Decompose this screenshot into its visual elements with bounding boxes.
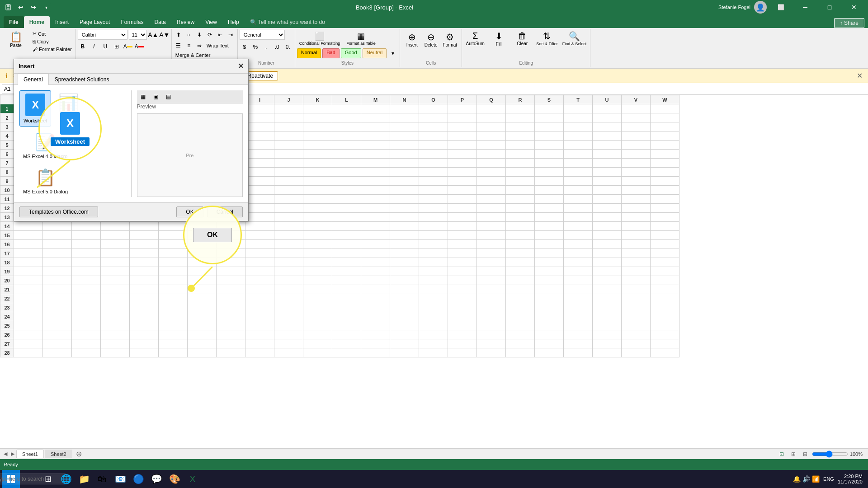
excel-taskbar[interactable]: X [184, 470, 201, 488]
dialog-title: Insert [19, 63, 34, 70]
preview-icon-3[interactable]: ▤ [163, 91, 174, 102]
store-taskbar[interactable]: 🛍 [94, 470, 110, 488]
dialog-preview-area: ▦ ▣ ▤ Preview Pre [131, 90, 243, 197]
taskbar-right: 🔔 🔊 📶 ENG 2:20 PM 11/17/2020 [789, 474, 866, 484]
dialog-ok-btn[interactable]: OK [176, 206, 203, 217]
taskbar: ⊞ 🌐 📁 🛍 📧 🔵 💬 🎨 X 🔔 🔊 📶 ENG 2:20 PM 11/1… [0, 470, 868, 488]
dialog-footer: Templates on Office.com OK Cancel [14, 202, 248, 221]
chart-label: Chart [62, 114, 75, 119]
preview-label: Preview [137, 103, 243, 110]
dialog-icon-ms-excel-50[interactable]: 📋 MS Excel 5.0 Dialog [19, 165, 71, 197]
dialog-overlay: Insert ✕ General Spreadsheet Solutions X… [0, 0, 868, 470]
chart-icon: 📊 [58, 93, 79, 112]
preview-empty: Pre [186, 153, 193, 158]
dialog-close-btn[interactable]: ✕ [238, 62, 244, 70]
ms-excel40-label: MS Excel 4.0 Macro [23, 154, 67, 159]
dialog-cancel-btn[interactable]: Cancel [207, 206, 243, 217]
dialog-tab-general[interactable]: General [18, 74, 49, 85]
dialog-icon-chart[interactable]: 📊 Chart [55, 90, 82, 127]
taskbar-time: 2:20 PM [838, 474, 863, 479]
chrome-taskbar[interactable]: 🔵 [130, 470, 146, 488]
worksheet-label: Worksheet [24, 118, 47, 123]
dialog-body: X Worksheet 📊 Chart 📝 MS Excel 4.0 Macro [14, 85, 248, 202]
teams-taskbar[interactable]: 💬 [148, 470, 165, 488]
dialog-icon-worksheet[interactable]: X Worksheet [19, 90, 51, 127]
insert-dialog: Insert ✕ General Spreadsheet Solutions X… [14, 59, 249, 221]
edge-browser-taskbar[interactable]: 🌐 [58, 470, 74, 488]
ms-excel40-icon: 📝 [35, 133, 56, 152]
dialog-tab-spreadsheet-solutions[interactable]: Spreadsheet Solutions [49, 74, 115, 85]
svg-line-4 [191, 267, 212, 288]
preview-content: Pre [137, 113, 243, 197]
dialog-action-btns: OK Cancel [176, 206, 243, 217]
search-taskbar-btn[interactable] [22, 470, 38, 488]
task-view-btn[interactable]: ⊞ [40, 470, 56, 488]
dialog-icon-ms-excel-40[interactable]: 📝 MS Excel 4.0 Macro [19, 130, 71, 162]
svg-point-5 [188, 285, 195, 292]
file-explorer-taskbar[interactable]: 📁 [76, 470, 92, 488]
templates-office-btn[interactable]: Templates on Office.com [19, 206, 98, 217]
taskbar-lang: ENG [823, 476, 834, 482]
ms-excel50-label: MS Excel 5.0 Dialog [23, 189, 68, 194]
ps-taskbar[interactable]: 🎨 [166, 470, 183, 488]
preview-icon-2[interactable]: ▣ [151, 91, 161, 102]
dialog-title-bar[interactable]: Insert ✕ [14, 59, 248, 74]
ms-excel50-icon: 📋 [35, 168, 56, 187]
dialog-tabs: General Spreadsheet Solutions [14, 74, 248, 85]
ok-annotation-label: OK [193, 228, 232, 242]
worksheet-icon: X [25, 94, 45, 116]
mail-taskbar[interactable]: 📧 [112, 470, 128, 488]
dialog-icons-area: X Worksheet 📊 Chart 📝 MS Excel 4.0 Macro [19, 90, 126, 197]
taskbar-icons-area: 🔔 🔊 📶 [793, 475, 820, 483]
taskbar-datetime: 2:20 PM 11/17/2020 [838, 474, 863, 484]
taskbar-date: 11/17/2020 [838, 479, 863, 484]
preview-toolbar: ▦ ▣ ▤ [137, 90, 243, 103]
preview-icon-1[interactable]: ▦ [138, 91, 149, 102]
